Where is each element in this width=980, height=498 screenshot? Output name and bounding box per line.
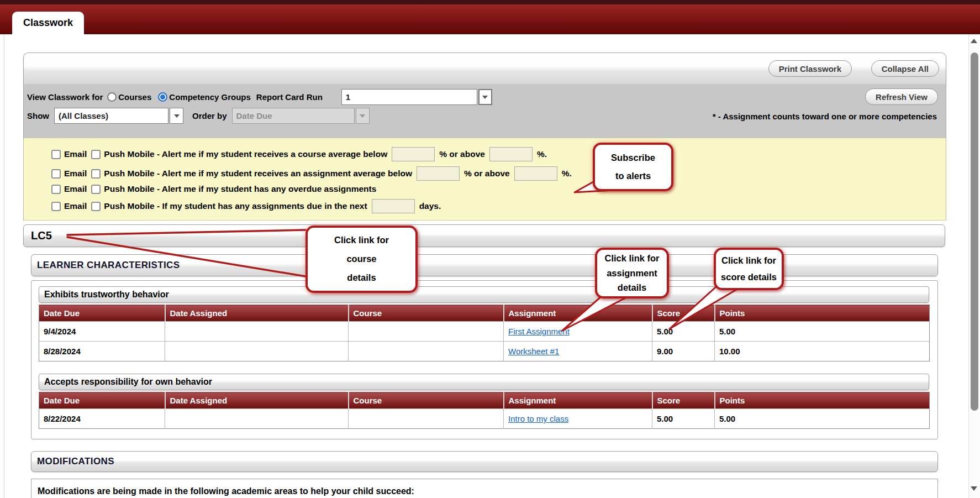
col-score: Score	[652, 305, 715, 322]
assignment-link[interactable]: First Assignment	[508, 327, 570, 336]
modifications-text: Modifications are being made in the foll…	[38, 486, 414, 496]
learner-characteristics-title: LEARNER CHARACTERISTICS	[37, 260, 180, 271]
page-left-border	[4, 34, 4, 498]
score-cell[interactable]: 5.00	[652, 322, 715, 342]
chevron-down-icon	[482, 96, 488, 99]
course-average-alert-row: Email Push Mobile - Alert me if my stude…	[51, 147, 547, 161]
course-avg-above-input[interactable]	[489, 147, 533, 161]
overdue-alert-row: Email Push Mobile - Alert me if my stude…	[51, 184, 376, 194]
modifications-header[interactable]: MODIFICATIONS	[31, 451, 938, 472]
assignment-avg-above-input[interactable]	[514, 166, 557, 181]
col-date-due: Date Due	[39, 305, 165, 322]
assignment-link[interactable]: Intro to my class	[508, 414, 568, 423]
date-assigned-cell	[165, 409, 349, 429]
show-select[interactable]: (All Classes)	[54, 108, 183, 124]
classwork-toolbar: Print Classwork Collapse All	[23, 53, 946, 85]
callout-line: details	[347, 269, 376, 287]
course-section-title[interactable]: LC5	[31, 229, 52, 242]
push-checkbox-course-average[interactable]	[91, 150, 101, 159]
callout-line: details	[618, 280, 646, 295]
tab-strip-band	[0, 4, 980, 34]
callout-line: Click link for	[721, 253, 776, 269]
col-date-due: Date Due	[39, 392, 165, 409]
table-header-row: Date Due Date Assigned Course Assignment…	[39, 305, 930, 322]
assignment-avg-below-input[interactable]	[417, 166, 460, 181]
report-card-run-select-arrow[interactable]	[478, 89, 492, 105]
course-avg-below-input[interactable]	[392, 147, 435, 161]
course-cell	[349, 342, 504, 361]
table-row: 9/4/2024 First Assignment 5.00 5.00	[39, 322, 930, 342]
email-label: Email	[64, 184, 87, 194]
report-card-run-label: Report Card Run	[256, 92, 323, 102]
assignment-average-alert-end: %.	[562, 169, 572, 179]
due-days-input[interactable]	[372, 199, 415, 213]
email-label: Email	[64, 201, 87, 211]
push-checkbox-overdue[interactable]	[91, 185, 101, 194]
show-select-value[interactable]: (All Classes)	[54, 108, 168, 124]
date-due-cell: 9/4/2024	[39, 322, 165, 342]
competency-groups-radio-label: Competency Groups	[169, 92, 251, 102]
course-cell	[349, 322, 504, 342]
callout-course-details: Click link for course details	[305, 226, 418, 293]
show-select-arrow[interactable]	[170, 108, 183, 124]
course-section-header[interactable]: LC5	[23, 224, 945, 247]
order-by-select-value[interactable]: Date Due	[232, 108, 355, 124]
due-soon-alert-row: Email Push Mobile - If my student has an…	[51, 199, 441, 213]
competency-groups-radio[interactable]	[158, 92, 167, 102]
chevron-down-icon	[360, 114, 365, 118]
window-top-strip	[0, 0, 980, 4]
scrollbar-up-icon[interactable]	[971, 39, 977, 43]
competency-title: Exhibits trustworthy behavior	[44, 290, 169, 300]
course-average-alert-mid: % or above	[439, 149, 485, 159]
points-cell: 5.00	[715, 409, 930, 429]
email-checkbox-due-soon[interactable]	[51, 202, 61, 211]
show-label: Show	[27, 111, 49, 120]
table-row: 8/28/2024 Worksheet #1 9.00 10.00	[39, 342, 930, 361]
score-cell[interactable]: 5.00	[652, 409, 715, 429]
email-checkbox-assignment-average[interactable]	[51, 169, 61, 179]
email-checkbox-course-average[interactable]	[51, 150, 61, 159]
view-classwork-for-label: View Classwork for	[27, 92, 103, 102]
competency-header-responsibility: Accepts responsibility for own behavior	[39, 374, 929, 390]
modifications-title: MODIFICATIONS	[37, 456, 114, 467]
col-date-assigned: Date Assigned	[165, 392, 349, 409]
tab-classwork[interactable]: Classwork	[12, 12, 84, 34]
classwork-page: Classwork Print Classwork Collapse All V…	[0, 0, 980, 498]
chevron-down-icon	[174, 114, 180, 118]
collapse-all-button[interactable]: Collapse All	[871, 60, 939, 77]
order-by-select[interactable]: Date Due	[232, 108, 370, 124]
callout-line: to alerts	[615, 167, 651, 185]
points-cell: 10.00	[715, 342, 930, 361]
print-classwork-button[interactable]: Print Classwork	[768, 60, 852, 77]
callout-line: Subscribe	[611, 149, 655, 167]
scrollbar-down-icon[interactable]	[971, 486, 977, 491]
course-average-alert-end: %.	[537, 149, 547, 159]
email-label: Email	[64, 149, 87, 159]
due-soon-alert-end: days.	[419, 201, 441, 211]
push-checkbox-assignment-average[interactable]	[91, 169, 101, 179]
assignments-table-responsibility: Date Due Date Assigned Course Assignment…	[39, 392, 930, 429]
report-card-run-value[interactable]: 1	[341, 89, 477, 105]
col-score: Score	[652, 392, 715, 409]
assignment-link[interactable]: Worksheet #1	[508, 347, 559, 356]
email-checkbox-overdue[interactable]	[51, 185, 61, 194]
scrollbar-thumb[interactable]	[971, 53, 978, 411]
col-course: Course	[349, 392, 504, 409]
competency-note: * - Assignment counts toward one or more…	[713, 112, 937, 121]
callout-subscribe-to-alerts: Subscribe to alerts	[593, 143, 673, 191]
score-cell[interactable]: 9.00	[652, 342, 715, 361]
date-assigned-cell	[165, 342, 349, 361]
callout-line: Click link for	[604, 251, 659, 265]
report-card-run-select[interactable]: 1	[341, 89, 492, 105]
col-assignment: Assignment	[504, 305, 652, 322]
callout-score-details: Click link for score details	[714, 248, 784, 290]
callout-line: course	[346, 250, 376, 269]
push-checkbox-due-soon[interactable]	[91, 202, 101, 211]
modifications-text-bar: Modifications are being made in the foll…	[31, 479, 938, 498]
learner-characteristics-header[interactable]: LEARNER CHARACTERISTICS	[31, 254, 938, 276]
order-by-select-arrow[interactable]	[356, 108, 370, 124]
courses-radio[interactable]	[107, 92, 117, 102]
refresh-view-button[interactable]: Refresh View	[865, 88, 938, 105]
due-soon-alert-text: Push Mobile - If my student has any assi…	[104, 201, 367, 211]
assignment-average-alert-mid: % or above	[464, 169, 510, 179]
